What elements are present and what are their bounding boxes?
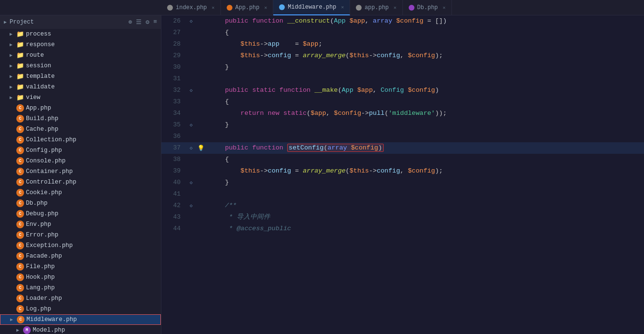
code-row-35: 35 ◇ } — [161, 119, 644, 131]
sidebar-title: Project — [10, 19, 34, 25]
code-row-37: 37 ◇ 💡 public function setConfig(array $… — [161, 142, 644, 154]
fold-42[interactable]: ◇ — [186, 200, 196, 211]
php-icon-Model: M — [23, 326, 31, 334]
fold-28 — [186, 38, 196, 50]
sidebar-item-template[interactable]: ▶ 📁 template — [0, 71, 161, 82]
fold-35[interactable]: ◇ — [186, 119, 196, 131]
php-icon-Hook: C — [16, 273, 24, 281]
sidebar-item-Facade.php[interactable]: C Facade.php — [0, 251, 161, 261]
sidebar-arrow: ▶ — [4, 19, 7, 25]
tab-close-middleware[interactable]: ✕ — [341, 4, 344, 10]
hint-28 — [196, 38, 206, 50]
sidebar-item-Log.php[interactable]: C Log.php — [0, 304, 161, 314]
code-row-28: 28 $this->app = $app; — [161, 38, 644, 50]
tab-close-app2[interactable]: ✕ — [394, 5, 397, 11]
sidebar-item-Build.php[interactable]: C Build.php — [0, 113, 161, 124]
code-content-28: $this->app = $app; — [206, 38, 644, 50]
tree-label-session: session — [26, 62, 161, 69]
tab-icon-db — [409, 5, 414, 11]
tab-icon-middleware — [279, 4, 285, 10]
tree-label-Error: Error.php — [26, 232, 161, 238]
sidebar-item-route[interactable]: ▶ 📁 route — [0, 50, 161, 61]
tab-bar: index.php ✕ App.php ✕ Middleware.php ✕ a… — [0, 0, 644, 15]
tab-close-index[interactable]: ✕ — [212, 5, 215, 11]
sidebar-item-Container.php[interactable]: C Container.php — [0, 166, 161, 177]
sidebar-item-File.php[interactable]: C File.php — [0, 261, 161, 272]
php-icon-Cookie: C — [16, 189, 24, 197]
code-content-30: } — [206, 62, 644, 73]
main-layout: ▶ Project ⊕ ☰ ⚙ ≡ ▶ 📁 process ▶ 📁 respon… — [0, 15, 644, 334]
tree-label-Hook: Hook.php — [26, 274, 161, 281]
fold-40[interactable]: ◇ — [186, 177, 196, 188]
folder-icon-route: 📁 — [16, 51, 24, 59]
sidebar-item-Db.php[interactable]: C Db.php — [0, 198, 161, 209]
tab-icon-app — [227, 5, 232, 11]
code-row-31: 31 — [161, 73, 644, 85]
sidebar-item-Cookie.php[interactable]: C Cookie.php — [0, 187, 161, 198]
line-num-36: 36 — [161, 131, 186, 142]
sidebar-item-App.php[interactable]: C App.php — [0, 103, 161, 113]
tab-middleware[interactable]: Middleware.php ✕ — [273, 0, 350, 15]
sidebar-item-response[interactable]: ▶ 📁 response — [0, 39, 161, 50]
tree-arrow-session: ▶ — [10, 63, 16, 69]
fold-34 — [186, 108, 196, 119]
sidebar-item-view[interactable]: ▶ 📁 view — [0, 92, 161, 103]
sidebar-item-Controller.php[interactable]: C Controller.php — [0, 177, 161, 187]
tab-app[interactable]: App.php ✕ — [221, 0, 273, 15]
sidebar-item-Cache.php[interactable]: C Cache.php — [0, 124, 161, 135]
code-content-27: { — [206, 27, 644, 38]
php-icon-Env: C — [16, 221, 24, 228]
sidebar-item-Env.php[interactable]: C Env.php — [0, 219, 161, 230]
hint-35 — [196, 119, 206, 131]
sidebar-item-process[interactable]: ▶ 📁 process — [0, 29, 161, 39]
fold-32[interactable]: ◇ — [186, 85, 196, 96]
tree-label-File: File.php — [26, 263, 161, 270]
php-icon-Exception: C — [16, 242, 24, 249]
tab-close-db[interactable]: ✕ — [443, 5, 446, 11]
line-num-38: 38 — [161, 154, 186, 165]
hint-37[interactable]: 💡 — [196, 142, 206, 154]
sidebar-header: ▶ Project ⊕ ☰ ⚙ ≡ — [0, 15, 161, 29]
tree-arrow-view: ▶ — [10, 95, 16, 100]
code-row-41: 41 — [161, 188, 644, 200]
line-num-29: 29 — [161, 50, 186, 62]
php-icon-App: C — [16, 104, 24, 112]
tab-close-app[interactable]: ✕ — [264, 5, 267, 11]
code-content-38: { — [206, 154, 644, 165]
fold-37[interactable]: ◇ — [186, 142, 196, 154]
sidebar-item-Exception.php[interactable]: C Exception.php — [0, 240, 161, 251]
code-row-26: 26 ◇ public function __construct(App $ap… — [161, 15, 644, 27]
code-row-40: 40 ◇ } — [161, 177, 644, 188]
sidebar-item-Middleware.php[interactable]: ▶ C Middleware.php — [0, 314, 161, 325]
sidebar-icon-menu[interactable]: ≡ — [153, 18, 157, 26]
sidebar-item-Error.php[interactable]: C Error.php — [0, 230, 161, 240]
tab-app2[interactable]: app.php ✕ — [350, 0, 402, 15]
tree-label-Facade: Facade.php — [26, 253, 161, 260]
php-icon-Build: C — [16, 115, 24, 123]
tab-label-index: index.php — [176, 4, 207, 11]
line-num-43: 43 — [161, 211, 186, 223]
sidebar-item-Collection.php[interactable]: C Collection.php — [0, 135, 161, 145]
sidebar-item-Lang.php[interactable]: C Lang.php — [0, 283, 161, 293]
sidebar-item-Loader.php[interactable]: C Loader.php — [0, 293, 161, 304]
code-content-32: public static function __make(App $app, … — [206, 85, 644, 96]
code-content-34: return new static($app, $config->pull('m… — [206, 108, 644, 119]
sidebar-item-Config.php[interactable]: C Config.php — [0, 145, 161, 156]
sidebar-item-session[interactable]: ▶ 📁 session — [0, 61, 161, 71]
sidebar-item-Hook.php[interactable]: C Hook.php — [0, 272, 161, 283]
fold-26[interactable]: ◇ — [186, 15, 196, 27]
sidebar-icon-circle[interactable]: ⊕ — [129, 18, 133, 26]
sidebar-item-Model.php[interactable]: ▶ M Model.php — [0, 325, 161, 334]
tree-label-Cache: Cache.php — [26, 126, 161, 133]
sidebar-item-validate[interactable]: ▶ 📁 validate — [0, 82, 161, 92]
sidebar-icon-list[interactable]: ☰ — [136, 18, 142, 26]
sidebar-icon-gear[interactable]: ⚙ — [146, 18, 149, 26]
sidebar-item-Debug.php[interactable]: C Debug.php — [0, 209, 161, 219]
code-content-35: } — [206, 119, 644, 131]
tree-arrow-validate: ▶ — [10, 84, 16, 90]
tab-index[interactable]: index.php ✕ — [161, 0, 221, 15]
sidebar-item-Console.php[interactable]: C Console.php — [0, 156, 161, 166]
tab-db[interactable]: Db.php ✕ — [403, 0, 452, 15]
hint-40 — [196, 177, 206, 188]
tree-label-App: App.php — [26, 105, 161, 111]
